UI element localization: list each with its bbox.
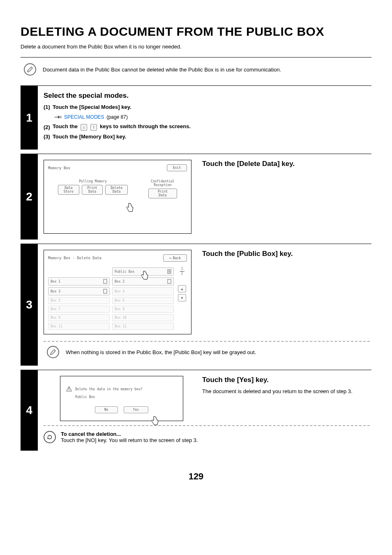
box-label: Box 2 <box>115 280 125 283</box>
step-number: 3 <box>21 244 38 366</box>
touch-hand-icon <box>139 270 149 281</box>
doc-icon <box>103 279 107 284</box>
touch-hand-icon <box>150 415 159 427</box>
cancel-title: To cancel the deletion... <box>61 431 198 437</box>
substep-idx: (2) <box>44 124 50 130</box>
step-number: 1 <box>21 86 38 150</box>
yes-button[interactable]: Yes <box>124 406 148 413</box>
pager: 1 2 ▲ ▼ <box>177 267 187 330</box>
confirm-dialog: Delete the data in the memory box? Publi… <box>60 376 183 421</box>
step4-title: Touch the [Yes] key. <box>202 376 370 384</box>
box-label: Box 11 <box>51 325 62 328</box>
dashed-divider <box>44 341 370 342</box>
box-9[interactable]: Box 9 <box>48 314 110 321</box>
panel-title: Memory Box - Delete Data <box>48 256 101 260</box>
note-text: Document data in the Public Box cannot b… <box>43 67 281 73</box>
conf-print-data-button[interactable]: Print Data <box>148 189 177 198</box>
substep-text-b: keys to switch through the screens. <box>100 123 191 129</box>
box-3[interactable]: Box 3 <box>48 287 110 295</box>
pointer-icon <box>54 115 62 120</box>
box-label: Box 7 <box>51 307 60 311</box>
touch-hand-icon <box>125 202 134 214</box>
undo-icon <box>44 431 56 443</box>
box-11[interactable]: Box 11 <box>48 323 110 330</box>
box-1[interactable]: Box 1 <box>48 277 110 286</box>
doc-icon <box>167 269 171 274</box>
substep-text: Touch the [Memory Box] key. <box>53 134 126 140</box>
page-number: 129 <box>21 471 371 482</box>
page-down-button[interactable]: ▼ <box>178 294 186 302</box>
step-3: 3 Memory Box - Delete Data ←Back Public … <box>21 244 371 366</box>
svg-point-0 <box>60 116 62 118</box>
page-ref: (page 87) <box>107 114 128 120</box>
step2-title: Touch the [Delete Data] key. <box>202 160 370 168</box>
svg-point-6 <box>69 390 69 391</box>
box-label: Box 4 <box>115 290 125 293</box>
memory-box-panel: Memory Box Exit Polling Memory Data Stor… <box>44 160 191 234</box>
svg-rect-2 <box>104 279 107 283</box>
back-label: Back <box>173 256 181 260</box>
step1-title: Select the special modes. <box>44 92 370 100</box>
box-5[interactable]: Box 5 <box>48 297 110 304</box>
intro-text: Delete a document from the Public Box wh… <box>21 44 371 50</box>
up-key-icon: ↑ <box>90 124 97 131</box>
box-label: Box 3 <box>51 290 60 293</box>
doc-icon <box>103 289 107 294</box>
box-7[interactable]: Box 7 <box>48 306 110 313</box>
step-2: 2 Memory Box Exit Polling Memory Data St… <box>21 154 371 240</box>
no-button[interactable]: No <box>95 406 118 413</box>
substep-idx: (3) <box>44 134 50 141</box>
warn-text: Delete the data in the memory box? <box>75 387 143 391</box>
box-label: Box 10 <box>115 316 127 320</box>
data-store-button[interactable]: Data Store <box>58 185 79 195</box>
box-12[interactable]: Box 12 <box>112 323 174 330</box>
warning-icon <box>66 386 72 392</box>
box-grid: Box 1 Box 2 Box 3 Box 4 Box 5 Box 6 Box … <box>48 277 174 330</box>
confidential-label: Confidential Reception <box>151 180 175 187</box>
special-modes-link[interactable]: SPECIAL MODES <box>64 114 104 120</box>
substep-idx: (1) <box>44 104 50 112</box>
pencil-note-icon <box>47 346 59 358</box>
delete-data-button[interactable]: Delete Data <box>105 185 128 195</box>
back-button[interactable]: ←Back <box>163 254 187 262</box>
delete-data-panel: Memory Box - Delete Data ←Back Public Bo… <box>44 250 191 334</box>
polling-memory-label: Polling Memory <box>79 180 106 183</box>
box-label: Box 5 <box>51 299 60 302</box>
warning-note: Document data in the Public Box cannot b… <box>21 58 371 81</box>
svg-rect-3 <box>168 279 171 283</box>
box-label: Box 1 <box>51 280 60 283</box>
box-label: Box 12 <box>115 325 127 328</box>
svg-rect-4 <box>104 289 107 293</box>
box-6[interactable]: Box 6 <box>112 297 174 304</box>
step3-title: Touch the [Public Box] key. <box>202 250 370 258</box>
step4-desc: The document is deleted and you return t… <box>202 388 370 394</box>
pager-current: 1 <box>180 267 184 271</box>
cross-reference: SPECIAL MODES (page 87) <box>54 114 370 120</box>
pencil-note-icon <box>24 63 36 76</box>
down-key-icon: ↓ <box>81 124 87 131</box>
exit-button[interactable]: Exit <box>167 164 187 171</box>
panel-title: Memory Box <box>48 166 70 170</box>
box-4[interactable]: Box 4 <box>112 287 174 295</box>
confirm-box-label: Public Box <box>75 395 177 399</box>
step-4: 4 Delete the data in the memory box? Pub… <box>21 370 371 451</box>
step-1: 1 Select the special modes. (1) Touch th… <box>21 85 371 150</box>
step3-note: When nothing is stored in the Public Box… <box>66 349 256 355</box>
cancel-body: Touch the [NO] key. You will return to t… <box>61 437 198 443</box>
box-label: Box 8 <box>115 307 125 311</box>
substep-text: Touch the [Special Modes] key. <box>53 104 131 110</box>
box-label: Box 9 <box>51 316 60 320</box>
dashed-divider <box>44 425 370 426</box>
step-number: 2 <box>21 154 38 240</box>
print-data-button[interactable]: Print Data <box>82 185 103 195</box>
page-up-button[interactable]: ▲ <box>178 285 186 292</box>
box-10[interactable]: Box 10 <box>112 314 174 321</box>
pager-total: 2 <box>180 272 184 275</box>
substep-text-a: Touch the <box>53 123 78 129</box>
step-number: 4 <box>21 370 38 451</box>
page-title: DELETING A DOCUMENT FROM THE PUBLIC BOX <box>21 25 371 39</box>
public-box-label: Public Box <box>115 270 134 274</box>
doc-icon <box>167 279 171 284</box>
box-8[interactable]: Box 8 <box>112 306 174 313</box>
box-label: Box 6 <box>115 299 125 302</box>
